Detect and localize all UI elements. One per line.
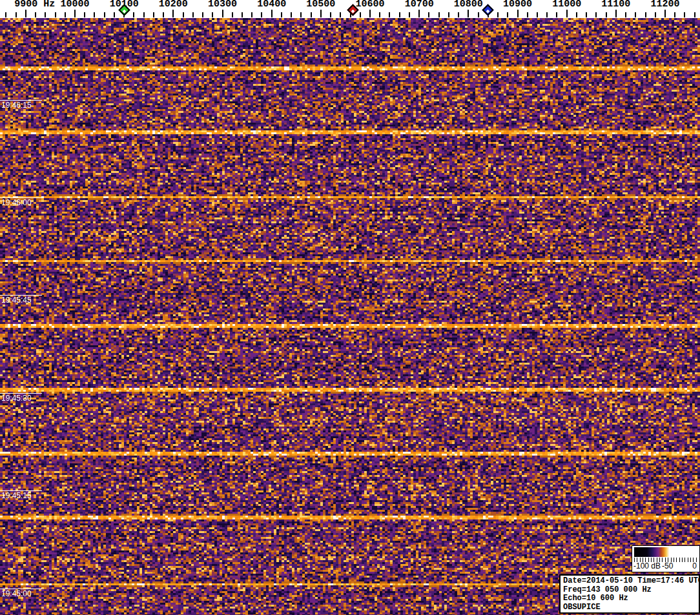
freq-label-10900: 10900 bbox=[503, 0, 532, 9]
time-label: 19:46:15 bbox=[1, 101, 32, 110]
freq-tick bbox=[261, 12, 262, 17]
freq-label-10200: 10200 bbox=[159, 0, 188, 9]
spectrogram-canvas[interactable] bbox=[0, 18, 700, 615]
freq-tick bbox=[458, 12, 459, 17]
color-scale-legend: -100 dB -50 0 bbox=[632, 545, 700, 572]
freq-tick bbox=[212, 12, 213, 17]
freq-tick bbox=[192, 12, 194, 17]
freq-tick bbox=[664, 10, 666, 17]
marker-center-dot bbox=[122, 10, 126, 14]
waterfall-display[interactable]: 19:46:1519:46:0019:45:4519:45:3019:45:15… bbox=[0, 18, 700, 615]
freq-tick bbox=[379, 12, 380, 17]
freq-tick bbox=[340, 12, 341, 17]
time-label: 19:45:30 bbox=[1, 394, 32, 403]
color-scale-label-mid: -50 bbox=[662, 561, 673, 570]
info-date-time-line: Date=2014-05-10 Time=17:46 UTC bbox=[563, 577, 699, 586]
freq-tick bbox=[566, 10, 568, 17]
time-label: 19:46:00 bbox=[1, 198, 32, 207]
freq-tick bbox=[94, 12, 95, 17]
freq-tick bbox=[300, 12, 302, 17]
spectrogram-app: 9900 Hz100001010010200103001040010500106… bbox=[0, 0, 700, 615]
freq-tick bbox=[507, 12, 508, 17]
freq-tick bbox=[222, 10, 223, 17]
freq-tick bbox=[311, 12, 312, 17]
info-box: Date=2014-05-10 Time=17:46 UTC Freq=143 … bbox=[559, 574, 700, 614]
marker-center-dot bbox=[486, 10, 490, 14]
freq-tick bbox=[183, 12, 184, 17]
freq-tick bbox=[615, 10, 617, 17]
freq-tick bbox=[15, 12, 17, 17]
freq-tick bbox=[242, 12, 243, 17]
time-label: 19:45:15 bbox=[1, 491, 32, 500]
freq-tick bbox=[625, 12, 626, 17]
freq-tick bbox=[645, 12, 646, 17]
freq-tick bbox=[172, 10, 174, 17]
freq-tick bbox=[517, 10, 519, 17]
freq-tick bbox=[694, 12, 695, 17]
freq-label-9900: 9900 Hz bbox=[14, 0, 55, 9]
freq-tick bbox=[655, 12, 656, 17]
freq-tick bbox=[163, 12, 164, 17]
freq-tick bbox=[418, 10, 420, 17]
freq-tick bbox=[153, 12, 154, 17]
freq-tick bbox=[360, 12, 361, 17]
freq-tick bbox=[133, 12, 134, 17]
freq-tick bbox=[143, 12, 145, 17]
freq-tick bbox=[5, 12, 6, 17]
freq-label-11100: 11100 bbox=[601, 0, 630, 9]
freq-tick bbox=[232, 12, 233, 17]
freq-tick bbox=[291, 12, 292, 17]
marker-diamond-blue[interactable] bbox=[482, 4, 494, 15]
freq-tick bbox=[104, 12, 105, 17]
freq-tick bbox=[428, 12, 429, 17]
freq-tick bbox=[399, 12, 400, 17]
freq-tick bbox=[409, 12, 410, 17]
marker-center-dot bbox=[351, 10, 355, 14]
freq-tick bbox=[281, 12, 282, 17]
freq-tick bbox=[468, 10, 469, 17]
freq-tick bbox=[595, 12, 597, 17]
freq-tick bbox=[586, 12, 587, 17]
color-scale-label-max: 0 bbox=[692, 561, 697, 570]
freq-tick bbox=[389, 12, 390, 17]
freq-tick bbox=[25, 10, 26, 17]
info-frequency-line: Freq=143 050 000 Hz bbox=[563, 586, 699, 595]
time-label: 19:45:00 bbox=[1, 589, 32, 598]
freq-label-10500: 10500 bbox=[306, 0, 335, 9]
freq-label-10800: 10800 bbox=[454, 0, 483, 9]
frequency-ruler[interactable]: 9900 Hz100001010010200103001040010500106… bbox=[0, 0, 700, 18]
info-station-line: OBSUPICE bbox=[563, 603, 699, 612]
freq-tick bbox=[556, 12, 557, 17]
freq-tick bbox=[251, 12, 252, 17]
freq-tick bbox=[84, 12, 85, 17]
freq-tick bbox=[546, 12, 548, 17]
freq-tick bbox=[35, 12, 36, 17]
freq-tick bbox=[576, 12, 577, 17]
freq-tick bbox=[74, 10, 76, 17]
freq-label-10000: 10000 bbox=[60, 0, 89, 9]
freq-tick bbox=[635, 12, 636, 17]
freq-label-10300: 10300 bbox=[208, 0, 237, 9]
freq-tick bbox=[527, 12, 528, 17]
freq-tick bbox=[478, 12, 479, 17]
freq-tick bbox=[537, 12, 538, 17]
time-label: 19:45:45 bbox=[1, 296, 32, 305]
freq-tick bbox=[606, 12, 607, 17]
freq-tick bbox=[202, 12, 203, 17]
freq-tick bbox=[674, 12, 675, 17]
freq-tick bbox=[320, 10, 322, 17]
color-gradient-bar bbox=[634, 547, 698, 557]
color-scale-label-min: -100 dB bbox=[633, 561, 661, 570]
freq-label-11000: 11000 bbox=[552, 0, 581, 9]
freq-label-10600: 10600 bbox=[355, 0, 384, 9]
freq-tick bbox=[271, 10, 273, 17]
freq-tick bbox=[497, 12, 499, 17]
freq-tick bbox=[114, 12, 115, 17]
freq-label-10400: 10400 bbox=[257, 0, 286, 9]
freq-tick bbox=[448, 12, 449, 17]
freq-tick bbox=[684, 12, 685, 17]
info-echo-line: Echo=10 600 Hz bbox=[563, 594, 699, 603]
freq-tick bbox=[438, 12, 440, 17]
freq-tick bbox=[45, 12, 46, 17]
freq-tick bbox=[369, 10, 371, 17]
